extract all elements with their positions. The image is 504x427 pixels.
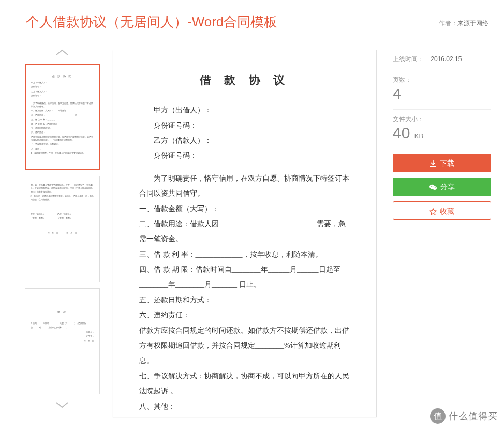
- thumbnail-panel: 借 款 协 议 甲方（出借人）： 身份证号： 乙方（借款人）： 身份证号： 为了…: [21, 45, 103, 417]
- thumbnail-3[interactable]: 借 款 今借到 人民币 元整（￥ ），借款期限 自 到 ，期间每月利率 。 借款…: [25, 288, 100, 394]
- doc-title: 借 款 协 议: [139, 68, 350, 92]
- page-title: 个人借款协议（无居间人）-Word合同模板: [26, 13, 439, 31]
- favorite-button[interactable]: 收藏: [393, 201, 491, 220]
- author-info: 作者：来源于网络: [439, 19, 488, 31]
- document-preview: 借 款 协 议 甲方（出借人）： 身份证号码： 乙方（借款人）： 身份证号码： …: [113, 50, 377, 417]
- download-icon: [429, 160, 437, 167]
- svg-point-3: [433, 186, 434, 187]
- svg-point-2: [431, 186, 432, 187]
- star-icon: [429, 208, 437, 215]
- svg-point-4: [434, 187, 434, 188]
- share-button[interactable]: 分享: [393, 178, 491, 196]
- download-button[interactable]: 下载: [393, 154, 491, 172]
- wechat-icon: [429, 184, 437, 191]
- watermark-icon: 值: [430, 408, 446, 424]
- thumbnail-2[interactable]: 同，如一方当事人要求变更或解除合，应在 日内通知另一方当事人，并达成书面协议。本…: [25, 176, 100, 282]
- svg-point-5: [435, 187, 436, 188]
- svg-point-1: [433, 186, 437, 190]
- meta-online-time: 上线时间： 2016.02.15: [393, 50, 491, 70]
- thumb-up-arrow[interactable]: [55, 45, 69, 61]
- watermark: 值 什么值得买: [430, 408, 498, 424]
- thumb-down-arrow[interactable]: [55, 397, 69, 414]
- meta-pages: 页数： 4: [393, 70, 491, 110]
- thumbnail-1[interactable]: 借 款 协 议 甲方（出借人）： 身份证号： 乙方（借款人）： 身份证号： 为了…: [25, 64, 100, 170]
- side-panel: 上线时间： 2016.02.15 页数： 4 文件大小： 40 KB 下载 分享: [393, 45, 504, 417]
- meta-filesize: 文件大小： 40 KB: [393, 110, 491, 149]
